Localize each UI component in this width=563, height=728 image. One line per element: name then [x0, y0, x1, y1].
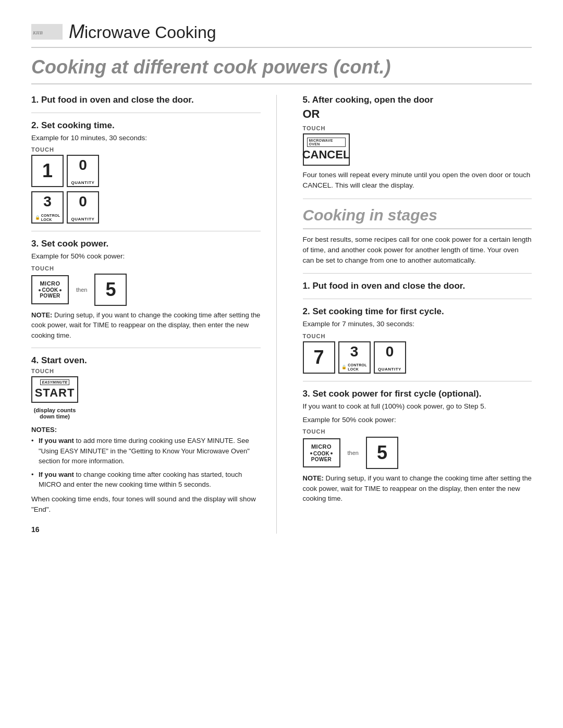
step4-label: 4. Start oven. [31, 355, 261, 366]
rstep3-key-row: MICRO COOK POWER then 5 [303, 437, 532, 469]
key-5: 5 [94, 274, 127, 306]
rstep3-example: Example for 50% cook power: [303, 415, 532, 425]
page-title: Cooking at different cook powers (cont.) [31, 56, 532, 84]
rstep3-touch-label: TOUCH [303, 428, 532, 435]
section2-title: Cooking in stages [303, 206, 532, 229]
divider-r2 [303, 273, 532, 274]
step3-then-label: then [76, 287, 87, 293]
step2-label: 2. Set cooking time. [31, 120, 261, 131]
easy-minute-label: EasyMinute [40, 379, 70, 385]
bullet-item-2: If you want to change cooking time after… [31, 470, 261, 490]
step4-key-row: EasyMinute START [31, 376, 261, 403]
step3-label: 3. Set cook power. [31, 239, 261, 249]
key-5r: 5 [366, 437, 398, 469]
rstep2-touch-label: TOUCH [303, 333, 532, 339]
step1-label: 1. Put food in oven and close the door. [31, 95, 261, 105]
main-content: 1. Put food in oven and close the door. … [31, 95, 532, 534]
display-counts-label: (display counts down time) [31, 407, 78, 419]
rstep3-then-label: then [348, 450, 359, 456]
or-label: OR [303, 107, 532, 121]
divider-r3 [303, 299, 532, 299]
step3-example: Example for 50% cook power: [31, 251, 261, 262]
key-1: 1 [31, 155, 64, 187]
rstep2-label: 2. Set cooking time for first cycle. [303, 306, 532, 317]
svg-text:KHB: KHB [32, 30, 43, 35]
page-number: 16 [31, 525, 261, 534]
rstep2-key-row: 7 3 🔒 CONTROLLOCK 0 QUANTITY [303, 341, 532, 374]
step2-example: Example for 10 minutes, 30 seconds: [31, 133, 261, 143]
section2-intro: For best results, some recipes call for … [303, 235, 532, 266]
divider-r1 [303, 199, 532, 199]
divider-r4 [303, 381, 532, 381]
cancel-text: CANCEL [302, 148, 350, 162]
key-quantity-0r: 0 QUANTITY [374, 341, 406, 374]
right-column: 5. After cooking, open the door OR TOUCH… [298, 95, 532, 534]
key-7: 7 [303, 341, 335, 374]
bullet-item-1: If you want to add more time during cook… [31, 436, 261, 466]
brand-logo: KHB [31, 22, 63, 41]
page-section-title: Microwave Cooking [69, 21, 216, 43]
rstep3-intro: If you want to cook at full (100%) cook … [303, 401, 532, 412]
step5-touch-label: TOUCH [303, 125, 532, 131]
key-quantity-0: 0 QUANTITY [67, 155, 99, 187]
left-column: 1. Put food in oven and close the door. … [31, 95, 277, 534]
key-micro-cook-power: MICRO COOK POWER [31, 275, 69, 304]
rstep2-example: Example for 7 minutes, 30 seconds: [303, 319, 532, 329]
key-start: EasyMinute START [31, 376, 78, 403]
start-text: START [35, 386, 75, 400]
page-header: KHB Microwave Cooking [31, 21, 532, 48]
key-quantity-0b: 0 QUANTITY [67, 191, 99, 224]
key-control-3r: 3 🔒 CONTROLLOCK [338, 341, 371, 374]
step3-note: NOTE: During setup, if you want to chang… [31, 310, 261, 341]
key-micro-cook-power-r: MICRO COOK POWER [303, 438, 340, 467]
divider2 [31, 231, 261, 231]
divider3 [31, 348, 261, 348]
microwave-oven-label: MICROWAVE OVEN [307, 138, 346, 147]
step2-key-row2: 3 🔒 CONTROLLOCK 0 QUANTITY [31, 191, 261, 224]
step5-label: 5. After cooking, open the door [303, 95, 532, 105]
rstep1-label: 1. Put food in oven and close the door. [303, 281, 532, 291]
step2-touch-label: TOUCH [31, 146, 261, 153]
closing-text: When cooking time ends, four tones will … [31, 494, 261, 515]
step5-description: Four tones will repeat every minute unti… [303, 170, 532, 191]
key-cancel: MICROWAVE OVEN CANCEL [303, 133, 350, 166]
step5-key-row: MICROWAVE OVEN CANCEL [303, 133, 532, 166]
step3-touch-label: TOUCH [31, 265, 261, 272]
step2-key-row1: 1 0 QUANTITY [31, 155, 261, 187]
notes-heading: NOTES: [31, 426, 261, 434]
step4-touch-label: TOUCH [31, 368, 261, 374]
step3-key-row: MICRO COOK POWER then 5 [31, 274, 261, 306]
key-control-3: 3 🔒 CONTROLLOCK [31, 191, 64, 224]
divider [31, 113, 261, 113]
rstep3-label: 3. Set cook power for first cycle (optio… [303, 389, 532, 399]
rstep3-note: NOTE: During setup, if you want to chang… [303, 473, 532, 504]
